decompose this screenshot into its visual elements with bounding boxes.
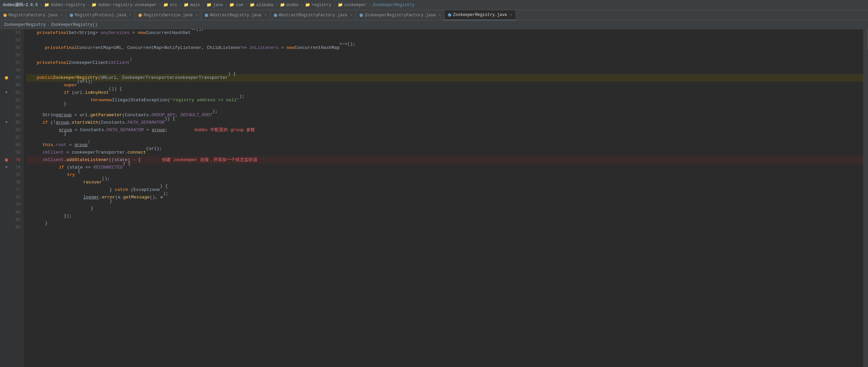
code-line-65: if (!group.startsWith(Constants.PATH_SEP… — [26, 119, 863, 126]
ln-74: ▼ 74 — [3, 164, 20, 171]
ln-69: 69 — [3, 149, 20, 156]
ln-53: 53 — [3, 29, 20, 37]
tab-label-5: ZookeeperRegistryFactory.java — [365, 13, 436, 18]
tab-icon-1 — [70, 14, 73, 17]
code-line-78: logger.error(e.getMessage(), e); — [26, 194, 863, 201]
tab-abstract-registry[interactable]: AbstractRegistry.java × — [201, 10, 270, 20]
code-editor[interactable]: private final Set<String> anyServices = … — [23, 29, 863, 367]
code-line-55: private final ConcurrentMap<URL, Concurr… — [26, 44, 863, 52]
tab-close-1[interactable]: × — [129, 14, 131, 17]
tab-icon-3 — [205, 14, 208, 17]
tab-label-6: ZookeeperRegistry.java — [453, 13, 507, 17]
tab-close-6[interactable]: × — [510, 13, 512, 17]
ln-76: 76 — [3, 179, 20, 186]
tabs-bar: RegistryFactory.java × RegistryProtocol.… — [0, 10, 868, 20]
breadcrumb-registry-zk[interactable]: dubbo-registry-zookeeper — [98, 3, 157, 7]
ln-54: 54 — [3, 37, 20, 44]
tab-label-3: AbstractRegistry.java — [210, 13, 261, 18]
tab-icon-0 — [3, 14, 7, 17]
editor-breadcrumb: ZookeeperRegistry › ZookeeperRegistry() — [0, 20, 868, 29]
line-numbers: 53 54 55 56 57 58 59 60 — [0, 29, 23, 367]
ln-82: 82 — [3, 224, 20, 231]
ln-58: 58 — [3, 67, 20, 74]
ln-77: 77 — [3, 186, 20, 194]
code-line-62: throw new IllegalStateException("registr… — [26, 97, 863, 104]
fold-arrow-65[interactable]: ▼ — [5, 119, 7, 126]
code-line-59: public ZookeeperRegistry(URL url, Zookee… — [26, 74, 863, 82]
tab-label-0: RegistryFactory.java — [9, 13, 57, 18]
code-line-75: try { — [26, 171, 863, 179]
ln-80: 80 — [3, 209, 20, 216]
ln-78: 78 — [3, 194, 20, 201]
ln-62: 62 — [3, 97, 20, 104]
tab-label-4: AbstractRegistryFactory.java — [279, 13, 348, 18]
ln-81: 81 — [3, 216, 20, 224]
ln-64: 64 — [3, 111, 20, 119]
tab-close-2[interactable]: × — [196, 14, 198, 17]
code-line-64: String group = url.getParameter(Constant… — [26, 111, 863, 119]
code-line-74: if (state == RECONNECTED) { — [26, 164, 863, 171]
folder-icon-0: 📁 — [44, 2, 49, 7]
top-breadcrumb-bar: dubbo源码-2.6.5 › 📁 dubbo-registry › 📁 dub… — [0, 0, 868, 10]
code-line-69: zkClient = zookeeperTransporter.connect(… — [26, 149, 863, 156]
tab-registry-factory[interactable]: RegistryFactory.java × — [0, 10, 66, 20]
code-line-70: zkClient.addStateListener((state) → { 创建… — [26, 156, 863, 164]
code-line-81: }); — [26, 216, 863, 224]
tab-icon-5 — [360, 14, 363, 17]
tab-registry-service[interactable]: RegistryService.java × — [135, 10, 201, 20]
tab-close-4[interactable]: × — [350, 14, 352, 17]
code-line-54 — [26, 37, 863, 44]
breakpoint-icon-70[interactable] — [5, 158, 8, 162]
editor-area: 53 54 55 56 57 58 59 60 — [0, 29, 868, 367]
ln-66: 66 — [3, 126, 20, 134]
ln-70: 70 — [3, 156, 20, 164]
ln-67: 67 — [3, 134, 20, 141]
code-line-79: } — [26, 201, 863, 209]
bc-method[interactable]: ZookeeperRegistry() — [51, 22, 98, 27]
tab-icon-4 — [274, 14, 277, 17]
fold-arrow-74[interactable]: ▼ — [5, 164, 7, 171]
ln-61: ▼ 61 — [3, 89, 20, 97]
code-line-58 — [26, 67, 863, 74]
ln-57: 57 — [3, 59, 20, 67]
code-line-57: private final ZookeeperClient zkClient; — [26, 59, 863, 67]
tab-close-0[interactable]: × — [61, 14, 63, 17]
fold-arrow-61[interactable]: ▼ — [5, 89, 7, 97]
code-line-63: } — [26, 104, 863, 111]
project-name: dubbo源码-2.6.5 — [3, 2, 38, 8]
tab-label-2: RegistryService.java — [144, 13, 193, 18]
tab-zk-registry[interactable]: ZookeeperRegistry.java × — [445, 10, 516, 20]
tab-icon-6 — [448, 13, 451, 17]
code-line-80: } — [26, 209, 863, 216]
ln-56: 56 — [3, 52, 20, 59]
tab-zk-registry-factory[interactable]: ZookeeperRegistryFactory.java × — [356, 10, 445, 20]
code-line-61: if (url.isAnyHost()) { — [26, 89, 863, 97]
tab-label-1: RegistryProtocol.java — [75, 13, 126, 18]
bc-class[interactable]: ZookeeperRegistry — [4, 22, 46, 27]
tab-registry-protocol[interactable]: RegistryProtocol.java × — [66, 10, 135, 20]
tab-icon-2 — [138, 14, 142, 17]
code-line-66: group = Constants.PATH_SEPARATOR + group… — [26, 126, 863, 134]
breadcrumb-sep-0: › — [40, 3, 42, 7]
breadcrumb-class[interactable]: ZookeeperRegistry — [373, 3, 414, 7]
ln-68: 68 — [3, 141, 20, 149]
code-line-60: super(url); — [26, 82, 863, 89]
ln-65: ▼ 65 — [3, 119, 20, 126]
tab-abstract-registry-factory[interactable]: AbstractRegistryFactory.java × — [270, 10, 356, 20]
ln-59: 59 — [3, 74, 20, 82]
ln-60: 60 — [3, 82, 20, 89]
tab-close-5[interactable]: × — [439, 14, 441, 17]
code-line-56 — [26, 52, 863, 59]
code-line-76: recover(); — [26, 179, 863, 186]
ln-79: 79 — [3, 201, 20, 209]
ln-75: 75 — [3, 171, 20, 179]
code-line-53: private final Set<String> anyServices = … — [26, 29, 863, 37]
code-line-77: } catch (Exception e) { — [26, 186, 863, 194]
code-line-82: } — [26, 224, 863, 231]
warning-icon-59 — [5, 76, 8, 80]
breadcrumb-registry[interactable]: dubbo-registry — [51, 3, 85, 7]
code-line-67: } — [26, 134, 863, 141]
ln-63: 63 — [3, 104, 20, 111]
right-scrollbar[interactable] — [863, 29, 868, 367]
tab-close-3[interactable]: × — [265, 14, 267, 17]
